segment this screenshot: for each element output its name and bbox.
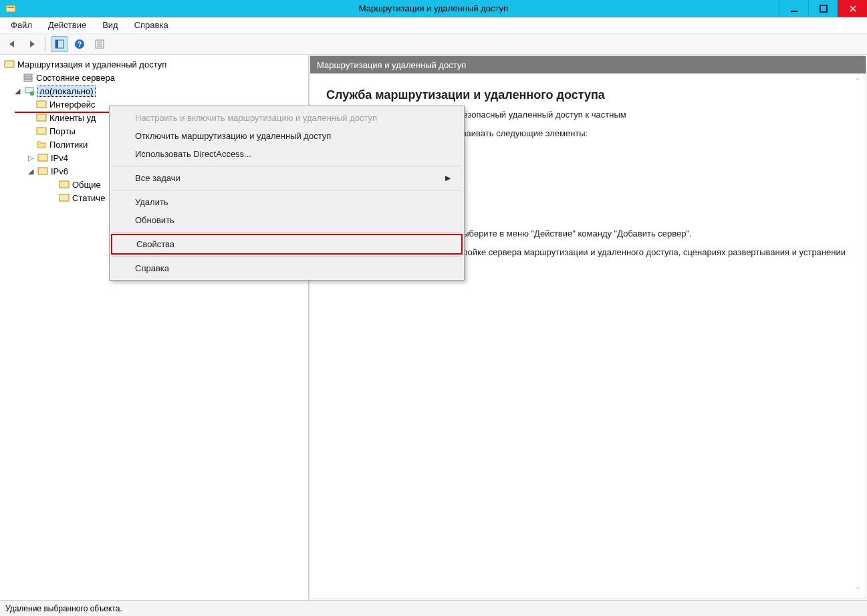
svg-rect-16 [24, 77, 32, 79]
svg-rect-26 [59, 194, 69, 201]
svg-rect-25 [59, 181, 69, 188]
app-icon [4, 2, 17, 15]
tree-label: Порты [49, 126, 76, 136]
tree-node-server-status[interactable]: Состояние сервера [3, 71, 308, 84]
submenu-arrow-icon: ▶ [445, 174, 451, 182]
svg-rect-21 [37, 114, 46, 121]
status-text: Удаление выбранного объекта. [5, 604, 122, 613]
menu-view[interactable]: Вид [96, 19, 125, 31]
svg-rect-3 [820, 5, 827, 12]
scroll-hints: ˆ ˇ [852, 78, 863, 595]
ctx-properties[interactable]: Свойства [111, 234, 463, 255]
collapse-icon[interactable]: ◢ [15, 87, 23, 96]
context-separator [112, 166, 461, 166]
properties-toolbar-button[interactable] [92, 36, 108, 52]
ctx-refresh[interactable]: Обновить [111, 211, 463, 229]
ipv6-icon [37, 166, 48, 176]
tree-label: Общие [72, 180, 101, 190]
ctx-all-tasks[interactable]: Все задачи ▶ [111, 169, 463, 187]
svg-rect-20 [37, 101, 46, 108]
context-separator [112, 256, 461, 257]
tree-label: Политики [49, 140, 88, 150]
context-menu: Настроить и включить маршрутизацию и уда… [109, 106, 465, 281]
computer-icon [24, 86, 35, 96]
forward-button[interactable] [24, 36, 40, 52]
server-icon [4, 59, 15, 69]
svg-rect-17 [24, 80, 32, 82]
servers-icon [23, 72, 33, 83]
svg-rect-7 [55, 40, 58, 48]
context-separator [112, 232, 461, 233]
tree-label: Интерфейс [49, 100, 95, 110]
content-header: Маршрутизация и удаленный доступ [310, 56, 866, 73]
scroll-up-icon[interactable]: ˆ [852, 78, 863, 86]
content-header-text: Маршрутизация и удаленный доступ [317, 60, 466, 70]
minimize-button[interactable] [779, 0, 808, 17]
svg-rect-0 [6, 5, 15, 12]
help-button[interactable]: ? [72, 36, 88, 52]
back-button[interactable] [4, 36, 20, 52]
close-button[interactable] [838, 0, 867, 17]
ctx-delete[interactable]: Удалить [111, 193, 463, 211]
context-separator [112, 190, 461, 190]
tree-label: Состояние сервера [36, 73, 115, 83]
menu-help[interactable]: Справка [128, 19, 175, 31]
tree-label: Маршрутизация и удаленный доступ [17, 59, 166, 69]
window-controls [779, 0, 867, 17]
svg-rect-22 [37, 128, 46, 134]
menu-bar: Файл Действие Вид Справка [0, 17, 867, 33]
toolbar: ? [0, 33, 867, 55]
svg-rect-15 [24, 74, 32, 76]
tree-label: IPv6 [51, 166, 68, 176]
content-heading: Служба маршрутизации и удаленного доступ… [326, 88, 854, 102]
folder-icon [36, 139, 47, 150]
ctx-directaccess[interactable]: Использовать DirectAccess... [111, 145, 463, 163]
svg-rect-23 [38, 154, 47, 161]
maximize-button[interactable] [808, 0, 838, 17]
show-hide-tree-button[interactable] [51, 36, 68, 52]
status-bar: Удаление выбранного объекта. [0, 600, 867, 616]
expand-icon[interactable]: ▷ [28, 154, 36, 162]
scroll-down-icon[interactable]: ˇ [852, 587, 863, 595]
static-routes-icon [59, 192, 70, 203]
collapse-icon[interactable]: ◢ [28, 167, 36, 176]
menu-file[interactable]: Файл [4, 19, 39, 31]
tree-label: Статиче [72, 193, 105, 203]
toolbar-separator [45, 37, 46, 51]
general-icon [59, 179, 70, 190]
svg-rect-14 [5, 61, 14, 67]
annotation-underline [15, 112, 116, 113]
svg-rect-2 [791, 11, 797, 12]
ctx-configure: Настроить и включить маршрутизацию и уда… [111, 109, 463, 127]
tree-label: IPv4 [51, 153, 68, 163]
menu-action[interactable]: Действие [41, 19, 93, 31]
ctx-help[interactable]: Справка [111, 259, 463, 277]
tree-node-root[interactable]: Маршрутизация и удаленный доступ [3, 57, 308, 71]
network-icon [36, 99, 47, 110]
clients-icon [36, 112, 47, 123]
window-title: Маршрутизация и удаленный доступ [359, 3, 508, 13]
svg-rect-24 [38, 168, 47, 174]
tree-node-local[interactable]: ◢ ло(локально) [3, 84, 308, 98]
ports-icon [36, 126, 47, 136]
tree-label: ло(локально) [37, 86, 96, 97]
ctx-disable[interactable]: Отключить маршрутизацию и удаленный дост… [111, 127, 463, 145]
ipv4-icon [37, 152, 48, 163]
tree-label: Клиенты уд [49, 113, 96, 123]
title-bar: Маршрутизация и удаленный доступ [0, 0, 867, 17]
svg-text:?: ? [78, 41, 82, 48]
svg-rect-1 [7, 7, 14, 8]
